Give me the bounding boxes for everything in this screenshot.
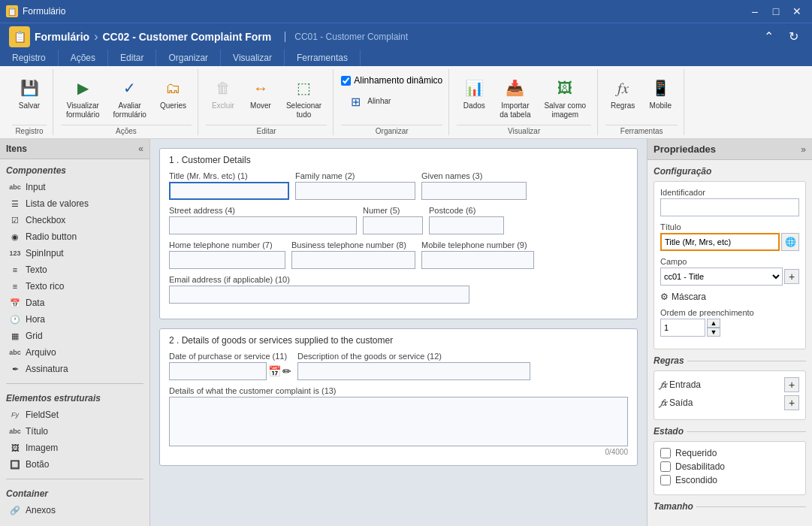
- estruturais-section: Elementos estruturais Fy FieldSet abc Tí…: [0, 387, 149, 476]
- entrada-add-btn[interactable]: +: [784, 377, 799, 392]
- saida-add-btn[interactable]: +: [784, 395, 799, 410]
- ordem-up-btn[interactable]: ▲: [707, 319, 720, 328]
- component-data[interactable]: 📅 Data: [0, 295, 149, 311]
- component-hora[interactable]: 🕐 Hora: [0, 311, 149, 328]
- input-title[interactable]: [169, 182, 289, 200]
- component-imagem[interactable]: 🖼 Imagem: [0, 440, 149, 456]
- ribbon-content: 💾 Salvar Registro ▶ Visualizarformulário…: [0, 66, 812, 138]
- mobile-button[interactable]: 📱 Mobile: [643, 72, 678, 114]
- input-given-names[interactable]: [421, 182, 527, 200]
- date-clear-btn[interactable]: ✏: [282, 365, 291, 377]
- component-assinatura[interactable]: ✒ Assinatura: [0, 361, 149, 377]
- mascara-link[interactable]: ⚙ Máscara: [660, 292, 799, 302]
- formcheck-icon: ✓: [118, 76, 142, 100]
- input-business-tel[interactable]: [291, 251, 415, 269]
- right-panel-title: Propriedades: [654, 144, 716, 155]
- input-postcode[interactable]: [429, 216, 504, 234]
- tab-organizar[interactable]: Organizar: [156, 50, 221, 66]
- input-home-tel[interactable]: [169, 251, 285, 269]
- selecionar-button[interactable]: ⬚ Selecionartudo: [281, 72, 327, 123]
- refresh-btn[interactable]: ↻: [784, 28, 803, 45]
- prop-identificador-input[interactable]: [660, 198, 799, 216]
- tab-editar[interactable]: Editar: [108, 50, 156, 66]
- prop-identificador-label: Identificador: [660, 188, 799, 197]
- tab-acoes[interactable]: Ações: [59, 50, 108, 66]
- prop-ordem-label: Ordem de preenchimento: [660, 308, 799, 317]
- right-panel: Propriedades » Configuração Identificado…: [647, 139, 812, 526]
- input-date[interactable]: [169, 362, 267, 380]
- input-numer[interactable]: [363, 216, 423, 234]
- tab-visualizar[interactable]: Visualizar: [221, 50, 285, 66]
- right-panel-collapse-btn[interactable]: »: [801, 144, 806, 155]
- left-panel: Itens « Componentes abc Input ☰ Lista de…: [0, 139, 150, 526]
- prop-titulo-input[interactable]: [660, 233, 780, 251]
- prop-ordem-row: Ordem de preenchimento 1 ▲ ▼: [660, 308, 799, 337]
- campo-add-btn[interactable]: +: [784, 269, 799, 284]
- maximize-button[interactable]: □: [767, 2, 785, 20]
- prop-tamanho-title: Tamanho: [654, 501, 693, 512]
- title-bar-label: Formulário: [23, 6, 65, 17]
- globe-btn[interactable]: 🌐: [781, 233, 799, 251]
- input-email[interactable]: [169, 286, 469, 304]
- prop-mascara-row: ⚙ Máscara: [660, 292, 799, 302]
- visualizar-button[interactable]: ▶ Visualizarformulário: [61, 72, 104, 123]
- collapse-btn[interactable]: ⌃: [759, 28, 778, 45]
- component-fieldset[interactable]: Fy FieldSet: [0, 407, 149, 423]
- component-input[interactable]: abc Input: [0, 179, 149, 195]
- prop-ordem-input[interactable]: 1: [660, 319, 705, 337]
- regras-button[interactable]: 𝑓𝑥 Regras: [605, 72, 640, 114]
- component-grid[interactable]: ▦ Grid: [0, 328, 149, 344]
- component-radio[interactable]: ◉ Radio button: [0, 228, 149, 245]
- save-button[interactable]: 💾 Salvar: [12, 72, 47, 114]
- radio-icon: ◉: [9, 231, 21, 243]
- alinhar-button[interactable]: ⊞ Alinhar: [341, 89, 401, 114]
- left-panel-collapse-btn[interactable]: «: [138, 144, 143, 154]
- avaliar-button[interactable]: ✓ Avaliarformulário: [107, 72, 151, 123]
- input-family-name[interactable]: [295, 182, 415, 200]
- importar-button[interactable]: 📥 Importarda tabela: [494, 72, 536, 123]
- component-botao[interactable]: 🔲 Botão: [0, 456, 149, 473]
- component-arquivo[interactable]: abc Arquivo: [0, 344, 149, 361]
- ribbon-items-acoes: ▶ Visualizarformulário ✓ Avaliarformulár…: [61, 69, 192, 123]
- alignment-checkbox-label[interactable]: Alinhamento dinâmico: [341, 75, 442, 86]
- component-anexos[interactable]: 🔗 Anexos: [0, 502, 149, 518]
- close-button[interactable]: ✕: [788, 2, 806, 20]
- prop-escondido-checkbox[interactable]: [660, 475, 671, 485]
- input-description[interactable]: [297, 362, 530, 380]
- component-checkbox[interactable]: ☑ Checkbox: [0, 212, 149, 228]
- alignment-checkbox[interactable]: [341, 76, 351, 86]
- prop-campo-label: Campo: [660, 257, 799, 266]
- queries-button[interactable]: 🗂 Queries: [155, 72, 192, 114]
- tab-registro[interactable]: Registro: [0, 50, 59, 66]
- component-lista-valores[interactable]: ☰ Lista de valores: [0, 195, 149, 212]
- prop-escondido-row: Escondido: [660, 475, 799, 485]
- input-mobile-tel[interactable]: [421, 251, 534, 269]
- section-divider-1: [6, 383, 143, 384]
- breadcrumb-bar: 📋 Formulário › CC02 - Customer Complaint…: [0, 23, 812, 50]
- date-wrapper: 📅 ✏: [169, 362, 291, 380]
- prop-desabilitado-row: Desabilitado: [660, 461, 799, 472]
- input-icon: abc: [9, 181, 21, 193]
- tab-ferramentas[interactable]: Ferramentas: [285, 50, 361, 66]
- component-spininput[interactable]: 123 SpinInput: [0, 245, 149, 261]
- component-texto[interactable]: ≡ Texto: [0, 261, 149, 278]
- component-texto-rico[interactable]: ≡ Texto rico: [0, 278, 149, 295]
- ribbon-items-editar: 🗑 Excluir ↔ Mover ⬚ Selecionartudo: [206, 69, 327, 123]
- input-complaint[interactable]: [169, 397, 628, 446]
- calendar-btn[interactable]: 📅: [268, 365, 281, 377]
- component-titulo[interactable]: abc Título: [0, 423, 149, 440]
- prop-desabilitado-checkbox[interactable]: [660, 461, 671, 472]
- mover-button[interactable]: ↔ Mover: [243, 72, 278, 114]
- dados-button[interactable]: 📊 Dados: [457, 72, 491, 114]
- prop-requerido-checkbox[interactable]: [660, 448, 671, 458]
- ribbon-group-registro: 💾 Salvar Registro: [6, 69, 53, 135]
- input-street[interactable]: [169, 216, 357, 234]
- fx-saida-label: 𝑓𝑥 Saída: [660, 398, 693, 408]
- component-arquivo-label: Arquivo: [26, 347, 56, 358]
- salvar-imagem-button[interactable]: 🖼 Salvar comoimagem: [539, 72, 591, 123]
- excluir-button[interactable]: 🗑 Excluir: [206, 72, 240, 114]
- prop-campo-select[interactable]: cc01 - Title: [660, 268, 783, 286]
- ordem-down-btn[interactable]: ▼: [707, 328, 720, 337]
- minimize-button[interactable]: –: [746, 2, 764, 20]
- importar-label: Importarda tabela: [500, 101, 530, 119]
